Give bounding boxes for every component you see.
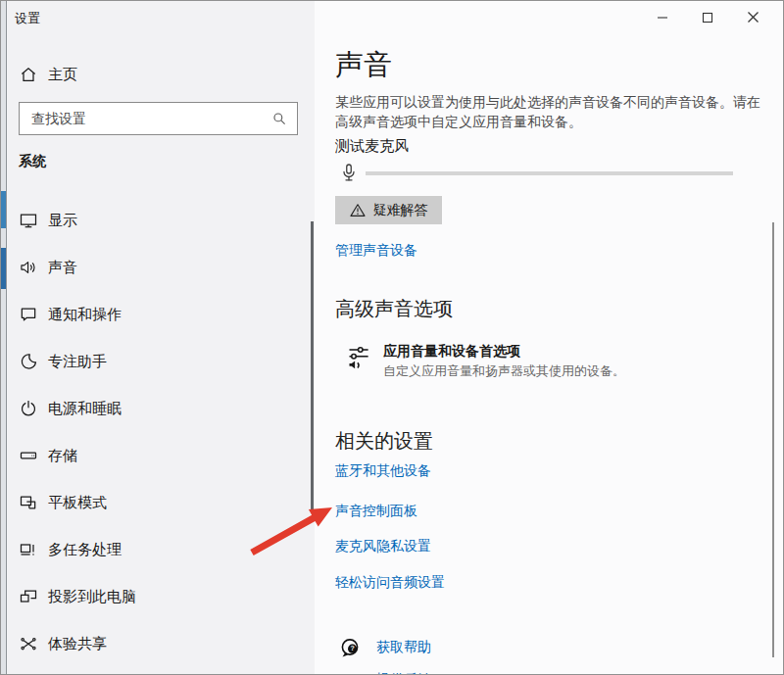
- maximize-icon: [702, 12, 713, 24]
- sidebar-item-home[interactable]: 主页: [7, 56, 315, 93]
- svg-text:?: ?: [350, 645, 354, 651]
- search-box: [19, 102, 298, 135]
- sidebar-item-shared-experiences[interactable]: 体验共享: [7, 620, 315, 667]
- sound-icon: [19, 258, 38, 277]
- page-title: 声音: [335, 46, 392, 85]
- sidebar-item-label: 存储: [48, 447, 77, 465]
- mic-test-label: 测试麦克风: [335, 137, 409, 156]
- maximize-button[interactable]: [685, 1, 730, 33]
- mic-test-row: [335, 158, 772, 191]
- sidebar-item-label: 专注助手: [48, 353, 107, 371]
- sidebar-item-display[interactable]: 显示: [7, 197, 315, 244]
- give-feedback-label: 提供反馈: [376, 671, 431, 675]
- desktop-edge-blue-patch: [1, 248, 6, 289]
- shared-experiences-icon: [19, 634, 38, 653]
- sidebar-item-storage[interactable]: 存储: [7, 432, 315, 479]
- bluetooth-devices-link[interactable]: 蓝牙和其他设备: [335, 462, 431, 480]
- sidebar-item-label: 通知和操作: [48, 306, 122, 324]
- sound-control-panel-link[interactable]: 声音控制面板: [335, 503, 417, 520]
- give-feedback-item[interactable]: 提供反馈: [335, 668, 629, 675]
- troubleshoot-button[interactable]: 疑难解答: [335, 196, 442, 224]
- desktop-edge-blue-patch: [1, 191, 6, 228]
- sidebar-nav: 显示 声音 通知和操作 专注助手: [7, 197, 315, 667]
- get-help-icon: ?: [338, 636, 362, 659]
- troubleshoot-label: 疑难解答: [373, 202, 428, 219]
- manage-sound-devices-link[interactable]: 管理声音设备: [335, 242, 417, 260]
- search-input[interactable]: [29, 110, 270, 127]
- sidebar-item-label: 多任务处理: [48, 541, 122, 559]
- search-icon[interactable]: [270, 110, 288, 127]
- volume-mixer-icon: [345, 344, 371, 373]
- microphone-privacy-link[interactable]: 麦克风隐私设置: [335, 538, 431, 555]
- page-description: 某些应用可以设置为使用与此处选择的声音设备不同的声音设备。请在高级声音选项中自定…: [335, 93, 768, 132]
- power-sleep-icon: [19, 399, 38, 418]
- app-volume-preferences-item[interactable]: 应用音量和设备首选项 自定义应用音量和扬声器或其使用的设备。: [335, 342, 766, 383]
- project-to-pc-icon: [19, 587, 38, 606]
- tablet-mode-icon: [19, 493, 38, 512]
- sidebar-item-label: 电源和睡眠: [48, 400, 122, 418]
- sidebar-item-project[interactable]: 投影到此电脑: [7, 573, 315, 620]
- minimize-button[interactable]: [640, 1, 685, 33]
- home-icon: [19, 65, 38, 84]
- sidebar-item-label: 声音: [48, 259, 77, 277]
- feedback-icon: [338, 668, 362, 675]
- sidebar-item-multitasking[interactable]: 多任务处理: [7, 526, 315, 573]
- minimize-icon: [657, 12, 668, 24]
- sidebar-scrollbar[interactable]: [311, 221, 314, 510]
- sidebar: 主页 系统 显示 声音: [7, 1, 315, 674]
- sidebar-item-focus-assist[interactable]: 专注助手: [7, 338, 315, 385]
- focus-assist-icon: [19, 352, 38, 371]
- settings-window: 设置 主页 系统 显示: [0, 0, 784, 675]
- sidebar-item-label: 平板模式: [48, 494, 107, 512]
- mic-level-meter: [366, 171, 733, 175]
- close-button[interactable]: [730, 1, 775, 33]
- close-icon: [747, 11, 760, 24]
- sidebar-item-label: 显示: [48, 212, 77, 230]
- warning-icon: [350, 203, 366, 217]
- sidebar-item-tablet-mode[interactable]: 平板模式: [7, 479, 315, 526]
- advanced-sound-options-header: 高级声音选项: [335, 296, 453, 322]
- window-title: 设置: [15, 10, 40, 27]
- related-settings-header: 相关的设置: [335, 428, 433, 455]
- display-icon: [19, 211, 38, 230]
- sidebar-item-label: 投影到此电脑: [48, 588, 136, 606]
- sidebar-item-label: 体验共享: [48, 635, 107, 653]
- main-scrollbar[interactable]: [772, 222, 774, 657]
- microphone-icon: [337, 158, 361, 189]
- sidebar-section-system: 系统: [19, 153, 46, 170]
- storage-icon: [19, 446, 38, 465]
- ease-of-access-audio-link[interactable]: 轻松访问音频设置: [335, 574, 445, 592]
- app-volume-subtitle: 自定义应用音量和扬声器或其使用的设备。: [383, 362, 625, 380]
- get-help-item[interactable]: ? 获取帮助: [335, 636, 629, 661]
- notifications-actions-icon: [19, 305, 38, 324]
- get-help-label: 获取帮助: [376, 639, 431, 656]
- desktop-edge-sliver: [1, 1, 7, 674]
- sidebar-item-power-sleep[interactable]: 电源和睡眠: [7, 385, 315, 432]
- app-volume-title: 应用音量和设备首选项: [383, 343, 520, 361]
- multitasking-icon: [19, 540, 38, 559]
- main-content: 声音 某些应用可以设置为使用与此处选择的声音设备不同的声音设备。请在高级声音选项…: [335, 1, 772, 674]
- sidebar-item-sound[interactable]: 声音: [7, 244, 315, 291]
- sidebar-item-notifications[interactable]: 通知和操作: [7, 291, 315, 338]
- sidebar-home-label: 主页: [48, 66, 77, 84]
